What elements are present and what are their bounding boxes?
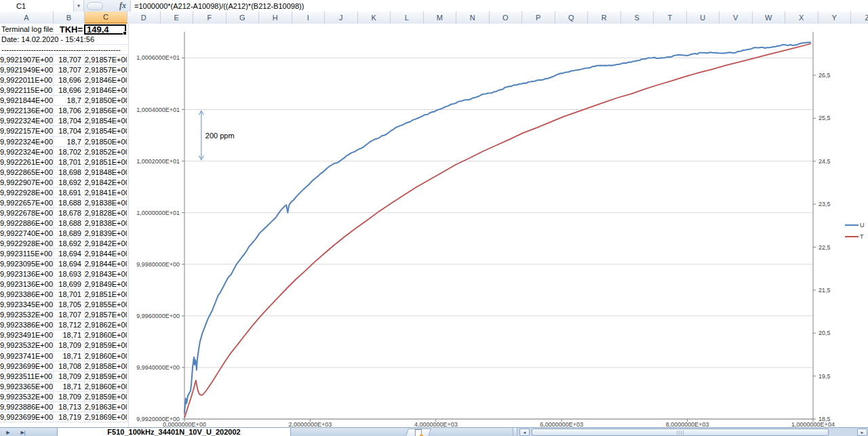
cell[interactable]: 9,9922928E+00 — [0, 239, 54, 248]
cell[interactable]: 9,9922886E+00 — [0, 218, 54, 228]
cell[interactable]: 9,9923136E+00 — [0, 269, 54, 279]
cell[interactable]: 9,9922657E+00 — [0, 198, 54, 207]
separator-row[interactable]: ----------------------------------------… — [0, 45, 128, 55]
column-header-I[interactable]: I — [292, 12, 326, 24]
cell[interactable]: 18,692 — [54, 239, 85, 248]
cell[interactable]: 2,91846E+00 — [85, 75, 127, 85]
column-header-T[interactable]: T — [654, 12, 687, 24]
cell[interactable]: 18,701 — [54, 290, 85, 299]
cell[interactable]: 2,91859E+00 — [85, 340, 127, 350]
cell[interactable]: 2,91857E+00 — [85, 310, 127, 319]
cell[interactable]: 18,702 — [54, 147, 85, 157]
cell[interactable]: 18,696 — [54, 85, 85, 95]
cell[interactable]: 18,704 — [54, 126, 85, 136]
cell[interactable]: 18,706 — [54, 106, 85, 115]
cell[interactable]: 9,9923532E+00 — [0, 392, 54, 401]
cell[interactable]: 18,704 — [54, 116, 85, 125]
cell[interactable]: 9,9922324E+00 — [0, 116, 54, 125]
column-header-E[interactable]: E — [161, 12, 194, 24]
column-header-B[interactable]: B — [54, 12, 85, 24]
column-header-G[interactable]: G — [226, 12, 260, 24]
formula-bar-resize-handle[interactable] — [84, 0, 115, 12]
cell[interactable]: 2,91869E+00 — [85, 412, 127, 422]
cell[interactable]: 18,705 — [54, 300, 85, 309]
cell[interactable]: 9,9923511E+00 — [0, 372, 54, 381]
cell[interactable]: 9,9923386E+00 — [0, 290, 54, 299]
cell[interactable]: 18,694 — [54, 249, 85, 258]
cell[interactable]: 18,709 — [54, 392, 85, 401]
legend-T-label[interactable]: T — [860, 233, 864, 240]
annotation-label[interactable]: 200 ppm — [205, 132, 235, 140]
cell[interactable]: 2,91860E+00 — [85, 382, 127, 391]
formula-input[interactable]: =1000000*(A212-A10098)/((A212)*(B212-B10… — [130, 0, 868, 12]
cell[interactable]: 18,719 — [54, 412, 85, 422]
column-header-O[interactable]: O — [490, 12, 523, 24]
cell[interactable]: 2,91863E+00 — [85, 402, 127, 412]
column-header-M[interactable]: M — [424, 12, 457, 24]
cell[interactable]: 2,91838E+00 — [85, 198, 127, 207]
cell[interactable]: 2,91860E+00 — [85, 330, 127, 340]
cell[interactable]: 2,91838E+00 — [85, 218, 127, 228]
cell[interactable]: 9,9923699E+00 — [0, 361, 54, 371]
cell[interactable]: 18,707 — [54, 310, 85, 319]
cell[interactable]: 18,698 — [54, 167, 85, 177]
column-header-L[interactable]: L — [391, 12, 424, 24]
cell[interactable]: 18,694 — [54, 259, 85, 269]
cell[interactable]: 9,9922324E+00 — [0, 137, 54, 146]
column-header-W[interactable]: W — [753, 12, 786, 24]
cell[interactable]: 9,9921949E+00 — [0, 65, 54, 75]
cell[interactable]: 9,9923345E+00 — [0, 300, 54, 309]
cell[interactable]: 9,9922865E+00 — [0, 167, 54, 177]
cell[interactable]: 9,9922115E+00 — [0, 85, 54, 95]
cell[interactable]: 2,91850E+00 — [85, 137, 127, 146]
cell[interactable]: 9,9922928E+00 — [0, 188, 54, 197]
cell[interactable]: 9,9922261E+00 — [0, 157, 54, 167]
cell[interactable]: 18,71 — [54, 330, 85, 340]
cell[interactable]: 9,9921907E+00 — [0, 55, 54, 64]
insert-function-icon[interactable]: fx — [115, 0, 130, 12]
tab-scroll-right-icon[interactable]: ▶ — [3, 429, 14, 436]
insert-worksheet-button[interactable] — [406, 429, 431, 436]
cell[interactable]: 9,9923115E+00 — [0, 249, 54, 258]
cell[interactable]: 9,9922157E+00 — [0, 126, 54, 136]
cell[interactable]: 18,696 — [54, 75, 85, 85]
cell[interactable]: 18,712 — [54, 320, 85, 330]
cell[interactable]: 2,91850E+00 — [85, 96, 127, 105]
column-header-K[interactable]: K — [358, 12, 391, 24]
cell[interactable]: 18,688 — [54, 218, 85, 228]
cell[interactable]: 9,9922136E+00 — [0, 106, 54, 115]
scroll-left-icon[interactable]: ◄ — [519, 429, 530, 436]
cell[interactable]: 18,678 — [54, 208, 85, 218]
fill-handle[interactable] — [123, 31, 127, 35]
cell[interactable]: 18,708 — [54, 361, 85, 371]
cell[interactable]: 18,701 — [54, 157, 85, 167]
cell[interactable]: 9,9922740E+00 — [0, 229, 54, 238]
cell[interactable]: 9,9922678E+00 — [0, 208, 54, 218]
name-box[interactable]: C1 — [0, 0, 74, 12]
cell[interactable]: 18,713 — [54, 402, 85, 412]
cell[interactable]: 2,91848E+00 — [85, 167, 127, 177]
cell[interactable]: 2,91843E+00 — [85, 269, 127, 279]
legend-U-label[interactable]: U — [860, 222, 865, 229]
cell[interactable]: 9,9921844E+00 — [0, 96, 54, 105]
column-header-Z[interactable]: Z — [851, 12, 868, 24]
horizontal-scrollbar[interactable]: ◄ ► — [517, 428, 868, 436]
cell[interactable]: 2,91842E+00 — [85, 239, 127, 248]
column-header-J[interactable]: J — [325, 12, 358, 24]
cell[interactable]: 18,692 — [54, 178, 85, 187]
column-header-Y[interactable]: Y — [818, 12, 852, 24]
cell[interactable]: 2,91854E+00 — [85, 116, 127, 125]
cell[interactable]: 18,691 — [54, 188, 85, 197]
column-header-X[interactable]: X — [785, 12, 818, 24]
cell[interactable]: 2,91844E+00 — [85, 249, 127, 258]
column-header-P[interactable]: P — [522, 12, 555, 24]
cell[interactable]: 2,91857E+00 — [85, 55, 127, 64]
column-header-N[interactable]: N — [456, 12, 490, 24]
name-box-dropdown-icon[interactable]: ▼ — [74, 0, 84, 12]
cell[interactable]: 2,91859E+00 — [85, 372, 127, 381]
cell[interactable]: 9,9923365E+00 — [0, 382, 54, 391]
cell[interactable]: 9,9923532E+00 — [0, 310, 54, 319]
scrollbar-thumb[interactable] — [532, 429, 829, 436]
scroll-right-icon[interactable]: ► — [857, 429, 867, 436]
cell[interactable]: 9,9922324E+00 — [0, 147, 54, 157]
